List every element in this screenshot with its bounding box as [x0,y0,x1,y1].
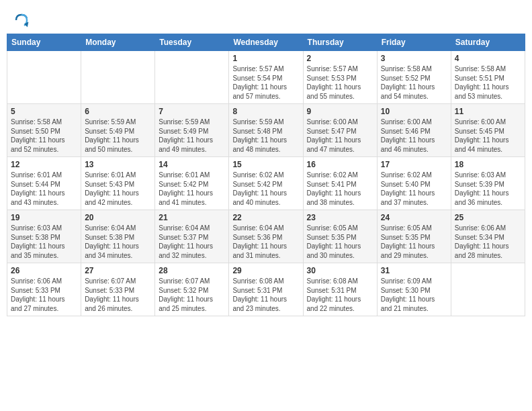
calendar-cell: 13Sunrise: 6:01 AM Sunset: 5:43 PM Dayli… [81,157,155,210]
calendar-cell: 3Sunrise: 5:58 AM Sunset: 5:52 PM Daylig… [377,51,451,104]
day-number: 27 [85,266,151,275]
calendar-cell: 1Sunrise: 5:57 AM Sunset: 5:54 PM Daylig… [229,51,303,104]
day-number: 1 [232,54,299,63]
weekday-header-saturday: Saturday [451,34,525,51]
calendar-cell: 22Sunrise: 6:04 AM Sunset: 5:36 PM Dayli… [229,210,303,263]
calendar-cell: 28Sunrise: 6:07 AM Sunset: 5:32 PM Dayli… [155,263,229,316]
day-number: 19 [11,213,77,222]
day-info: Sunrise: 6:06 AM Sunset: 5:33 PM Dayligh… [11,277,77,313]
calendar-week-row: 5Sunrise: 5:58 AM Sunset: 5:50 PM Daylig… [7,104,525,157]
calendar-cell: 29Sunrise: 6:08 AM Sunset: 5:31 PM Dayli… [229,263,303,316]
calendar-cell: 15Sunrise: 6:02 AM Sunset: 5:42 PM Dayli… [229,157,303,210]
day-info: Sunrise: 6:08 AM Sunset: 5:31 PM Dayligh… [232,277,299,313]
day-number: 25 [455,213,521,222]
day-info: Sunrise: 5:59 AM Sunset: 5:48 PM Dayligh… [232,118,299,154]
calendar-week-row: 19Sunrise: 6:03 AM Sunset: 5:38 PM Dayli… [7,210,525,263]
calendar-cell [81,51,155,104]
day-number: 2 [307,54,373,63]
calendar-cell: 24Sunrise: 6:05 AM Sunset: 5:35 PM Dayli… [377,210,451,263]
day-number: 13 [85,160,151,169]
calendar-cell: 25Sunrise: 6:06 AM Sunset: 5:34 PM Dayli… [451,210,525,263]
day-number: 15 [232,160,299,169]
calendar-week-row: 26Sunrise: 6:06 AM Sunset: 5:33 PM Dayli… [7,263,525,316]
day-number: 24 [381,213,447,222]
calendar-cell: 21Sunrise: 6:04 AM Sunset: 5:37 PM Dayli… [155,210,229,263]
day-info: Sunrise: 6:05 AM Sunset: 5:35 PM Dayligh… [307,224,373,260]
calendar-cell: 5Sunrise: 5:58 AM Sunset: 5:50 PM Daylig… [7,104,81,157]
calendar-table: SundayMondayTuesdayWednesdayThursdayFrid… [7,34,525,316]
day-info: Sunrise: 6:01 AM Sunset: 5:44 PM Dayligh… [11,171,77,207]
day-number: 3 [381,54,447,63]
calendar-cell: 9Sunrise: 6:00 AM Sunset: 5:47 PM Daylig… [303,104,377,157]
day-info: Sunrise: 5:58 AM Sunset: 5:52 PM Dayligh… [381,64,447,101]
day-number: 28 [159,266,225,275]
calendar-cell: 31Sunrise: 6:09 AM Sunset: 5:30 PM Dayli… [377,263,451,316]
calendar-cell: 2Sunrise: 5:57 AM Sunset: 5:53 PM Daylig… [303,51,377,104]
calendar-cell: 12Sunrise: 6:01 AM Sunset: 5:44 PM Dayli… [7,157,81,210]
day-number: 31 [381,266,447,275]
day-number: 10 [381,107,447,116]
day-info: Sunrise: 6:07 AM Sunset: 5:33 PM Dayligh… [85,277,151,313]
page-header [7,7,525,30]
calendar-cell: 6Sunrise: 5:59 AM Sunset: 5:49 PM Daylig… [81,104,155,157]
calendar-week-row: 1Sunrise: 5:57 AM Sunset: 5:54 PM Daylig… [7,51,525,104]
calendar-cell: 18Sunrise: 6:03 AM Sunset: 5:39 PM Dayli… [451,157,525,210]
logo [13,12,32,28]
day-number: 22 [232,213,299,222]
calendar-week-row: 12Sunrise: 6:01 AM Sunset: 5:44 PM Dayli… [7,157,525,210]
day-info: Sunrise: 6:04 AM Sunset: 5:38 PM Dayligh… [85,224,151,260]
calendar-cell [7,51,81,104]
calendar-cell: 10Sunrise: 6:00 AM Sunset: 5:46 PM Dayli… [377,104,451,157]
day-info: Sunrise: 5:59 AM Sunset: 5:49 PM Dayligh… [85,118,151,154]
day-number: 5 [11,107,77,116]
day-number: 4 [455,54,521,63]
calendar-cell: 19Sunrise: 6:03 AM Sunset: 5:38 PM Dayli… [7,210,81,263]
calendar-cell: 26Sunrise: 6:06 AM Sunset: 5:33 PM Dayli… [7,263,81,316]
day-info: Sunrise: 6:02 AM Sunset: 5:42 PM Dayligh… [232,171,299,207]
day-info: Sunrise: 6:05 AM Sunset: 5:35 PM Dayligh… [381,224,447,260]
day-info: Sunrise: 5:57 AM Sunset: 5:53 PM Dayligh… [307,64,373,101]
day-info: Sunrise: 6:00 AM Sunset: 5:47 PM Dayligh… [307,118,373,154]
day-info: Sunrise: 6:02 AM Sunset: 5:41 PM Dayligh… [307,171,373,207]
logo-icon [13,12,30,28]
day-number: 23 [307,213,373,222]
calendar-cell: 4Sunrise: 5:58 AM Sunset: 5:51 PM Daylig… [451,51,525,104]
day-info: Sunrise: 6:00 AM Sunset: 5:46 PM Dayligh… [381,118,447,154]
day-info: Sunrise: 6:00 AM Sunset: 5:45 PM Dayligh… [455,118,521,154]
day-number: 20 [85,213,151,222]
calendar-cell: 23Sunrise: 6:05 AM Sunset: 5:35 PM Dayli… [303,210,377,263]
day-number: 17 [381,160,447,169]
day-number: 14 [159,160,225,169]
weekday-header-wednesday: Wednesday [229,34,303,51]
day-number: 29 [232,266,299,275]
day-info: Sunrise: 5:59 AM Sunset: 5:49 PM Dayligh… [159,118,225,154]
day-info: Sunrise: 5:58 AM Sunset: 5:50 PM Dayligh… [11,118,77,154]
day-info: Sunrise: 6:04 AM Sunset: 5:36 PM Dayligh… [232,224,299,260]
day-number: 26 [11,266,77,275]
day-number: 12 [11,160,77,169]
day-number: 8 [232,107,299,116]
calendar-cell: 7Sunrise: 5:59 AM Sunset: 5:49 PM Daylig… [155,104,229,157]
calendar-cell: 20Sunrise: 6:04 AM Sunset: 5:38 PM Dayli… [81,210,155,263]
day-info: Sunrise: 6:07 AM Sunset: 5:32 PM Dayligh… [159,277,225,313]
calendar-cell: 27Sunrise: 6:07 AM Sunset: 5:33 PM Dayli… [81,263,155,316]
calendar-cell [155,51,229,104]
weekday-header-friday: Friday [377,34,451,51]
calendar-cell: 14Sunrise: 6:01 AM Sunset: 5:42 PM Dayli… [155,157,229,210]
day-number: 11 [455,107,521,116]
calendar-cell [451,263,525,316]
day-info: Sunrise: 6:01 AM Sunset: 5:42 PM Dayligh… [159,171,225,207]
day-number: 21 [159,213,225,222]
day-info: Sunrise: 5:58 AM Sunset: 5:51 PM Dayligh… [455,64,521,101]
day-info: Sunrise: 6:08 AM Sunset: 5:31 PM Dayligh… [307,277,373,313]
day-info: Sunrise: 6:09 AM Sunset: 5:30 PM Dayligh… [381,277,447,313]
day-number: 9 [307,107,373,116]
day-number: 18 [455,160,521,169]
calendar-cell: 11Sunrise: 6:00 AM Sunset: 5:45 PM Dayli… [451,104,525,157]
day-info: Sunrise: 6:01 AM Sunset: 5:43 PM Dayligh… [85,171,151,207]
calendar-cell: 8Sunrise: 5:59 AM Sunset: 5:48 PM Daylig… [229,104,303,157]
weekday-header-tuesday: Tuesday [155,34,229,51]
day-info: Sunrise: 6:03 AM Sunset: 5:38 PM Dayligh… [11,224,77,260]
day-info: Sunrise: 6:02 AM Sunset: 5:40 PM Dayligh… [381,171,447,207]
weekday-header-sunday: Sunday [7,34,81,51]
